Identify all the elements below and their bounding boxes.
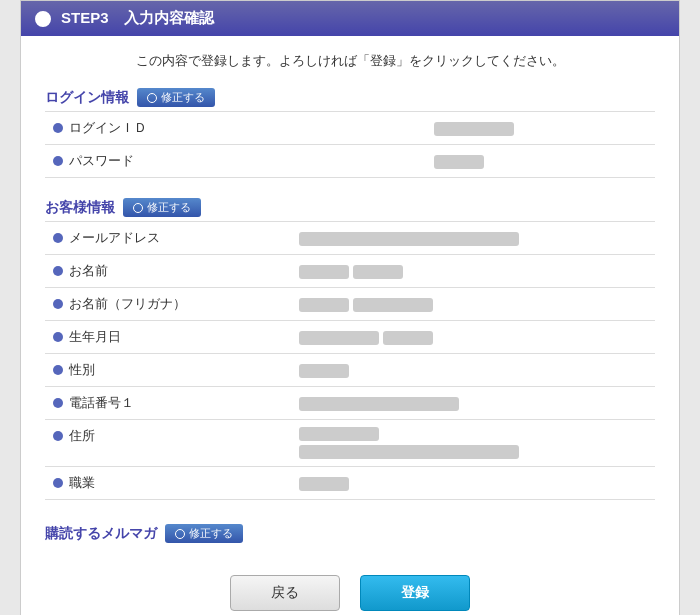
- customer-section-header: お客様情報 修正する: [45, 198, 655, 217]
- login-section: ログイン情報 修正する ログインＩＤ: [21, 80, 679, 186]
- login-id-blurred: [434, 122, 514, 136]
- phone-value: [291, 387, 655, 420]
- furigana-label-cell: お名前（フリガナ）: [53, 295, 186, 313]
- birthday-blurred: [299, 331, 433, 345]
- phone-label-cell: 電話番号１: [53, 394, 134, 412]
- address-value: [291, 420, 655, 467]
- furigana-blurred: [299, 298, 433, 312]
- gender-label-cell: 性別: [53, 361, 95, 379]
- table-row: ログインＩＤ: [45, 112, 655, 145]
- birthday-value: [291, 321, 655, 354]
- row-icon: [53, 266, 63, 276]
- occupation-label-cell: 職業: [53, 474, 95, 492]
- login-info-table: ログインＩＤ パスワード: [45, 111, 655, 178]
- row-icon: [53, 299, 63, 309]
- row-icon: [53, 365, 63, 375]
- password-value: [426, 145, 655, 178]
- row-icon: [53, 431, 63, 441]
- table-row: 電話番号１: [45, 387, 655, 420]
- table-row: パスワード: [45, 145, 655, 178]
- table-row: お名前: [45, 255, 655, 288]
- newsletter-section-header: 購読するメルマガ 修正する: [45, 524, 655, 543]
- address-blurred: [299, 427, 647, 459]
- customer-info-table: メールアドレス お名前 お名前（フリガナ）: [45, 221, 655, 500]
- customer-edit-button[interactable]: 修正する: [123, 198, 201, 217]
- table-row: メールアドレス: [45, 222, 655, 255]
- login-edit-button[interactable]: 修正する: [137, 88, 215, 107]
- header-bar: STEP3 入力内容確認: [21, 1, 679, 36]
- newsletter-section: 購読するメルマガ 修正する: [21, 516, 679, 555]
- birthday-label-cell: 生年月日: [53, 328, 121, 346]
- password-blurred: [434, 155, 484, 169]
- row-icon: [53, 233, 63, 243]
- email-blurred: [299, 232, 519, 246]
- edit-icon: [175, 529, 185, 539]
- name-label-cell: お名前: [53, 262, 108, 280]
- login-section-header: ログイン情報 修正する: [45, 88, 655, 107]
- login-id-label-cell: ログインＩＤ: [53, 119, 147, 137]
- footer-buttons: 戻る 登録: [21, 575, 679, 611]
- table-row: 住所: [45, 420, 655, 467]
- header-title: STEP3 入力内容確認: [61, 9, 214, 28]
- table-row: 生年月日: [45, 321, 655, 354]
- phone-blurred: [299, 397, 459, 411]
- furigana-value: [291, 288, 655, 321]
- address-label-cell: 住所: [53, 427, 95, 445]
- gender-blurred: [299, 364, 349, 378]
- row-icon: [53, 123, 63, 133]
- customer-section: お客様情報 修正する メールアドレス お名前: [21, 190, 679, 508]
- row-icon: [53, 156, 63, 166]
- register-button[interactable]: 登録: [360, 575, 470, 611]
- back-button[interactable]: 戻る: [230, 575, 340, 611]
- row-icon: [53, 332, 63, 342]
- password-label-cell: パスワード: [53, 152, 134, 170]
- row-icon: [53, 398, 63, 408]
- email-value: [291, 222, 655, 255]
- newsletter-edit-button[interactable]: 修正する: [165, 524, 243, 543]
- row-icon: [53, 478, 63, 488]
- password-label: パスワード: [69, 152, 134, 170]
- occupation-blurred: [299, 477, 349, 491]
- gender-value: [291, 354, 655, 387]
- customer-section-title: お客様情報: [45, 199, 115, 217]
- login-section-title: ログイン情報: [45, 89, 129, 107]
- table-row: 性別: [45, 354, 655, 387]
- header-icon: [35, 11, 51, 27]
- edit-icon: [133, 203, 143, 213]
- occupation-value: [291, 467, 655, 500]
- login-id-value: [426, 112, 655, 145]
- email-label-cell: メールアドレス: [53, 229, 160, 247]
- login-id-label: ログインＩＤ: [69, 119, 147, 137]
- newsletter-section-title: 購読するメルマガ: [45, 525, 157, 543]
- page-container: STEP3 入力内容確認 この内容で登録します。よろしければ「登録」をクリックし…: [20, 0, 680, 615]
- table-row: お名前（フリガナ）: [45, 288, 655, 321]
- name-value: [291, 255, 655, 288]
- intro-text: この内容で登録します。よろしければ「登録」をクリックしてください。: [21, 36, 679, 80]
- edit-icon: [147, 93, 157, 103]
- table-row: 職業: [45, 467, 655, 500]
- name-blurred: [299, 265, 403, 279]
